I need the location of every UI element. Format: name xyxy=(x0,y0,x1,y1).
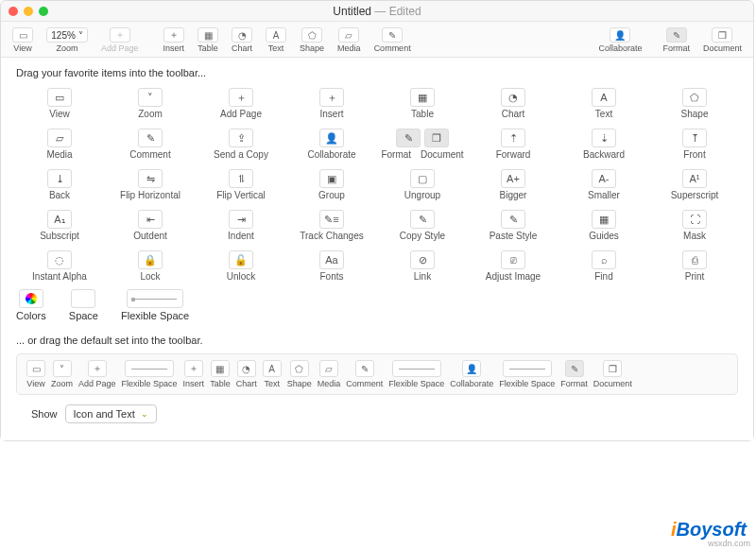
flip-horizontal-icon: ⇋ xyxy=(138,169,163,188)
palette-copy-style[interactable]: ✎Copy Style xyxy=(379,208,466,243)
palette-bigger[interactable]: A+Bigger xyxy=(470,167,557,202)
default-flex3[interactable]: Flexible Space xyxy=(497,360,557,388)
toolbar-media[interactable]: ▱ Media xyxy=(332,26,367,55)
watermark-logo: iBoysoft xyxy=(671,519,747,541)
palette-mask[interactable]: ⛶Mask xyxy=(651,208,738,243)
toolbar-chart[interactable]: ◔ Chart xyxy=(226,26,258,55)
adjust-image-icon: ⎚ xyxy=(501,250,525,269)
default-add-page[interactable]: ＋ Add Page xyxy=(77,360,118,388)
palette-shape[interactable]: ⬠Shape xyxy=(651,86,738,121)
paste-style-icon: ✎ xyxy=(501,210,525,229)
default-document[interactable]: ❒ Document xyxy=(592,360,634,388)
palette-text[interactable]: AText xyxy=(560,86,647,121)
palette-group[interactable]: ▣Group xyxy=(288,167,375,202)
palette-front[interactable]: ⤒Front xyxy=(651,127,738,162)
media-icon: ▱ xyxy=(47,129,72,147)
default-view[interactable]: ▭ View xyxy=(25,360,47,388)
default-flex1[interactable]: Flexible Space xyxy=(120,360,180,388)
palette-instant-alpha[interactable]: ◌Instant Alpha xyxy=(16,249,103,284)
insert-icon: ＋ xyxy=(184,360,203,377)
palette-guides[interactable]: ▦Guides xyxy=(560,208,647,243)
flexible-space-icon xyxy=(127,289,183,308)
text-icon: A xyxy=(592,88,616,107)
palette-format[interactable]: ✎❒FormatDocument xyxy=(379,127,466,162)
palette-media[interactable]: ▱Media xyxy=(16,127,103,162)
palette-adjust-image[interactable]: ⎚Adjust Image xyxy=(470,249,557,284)
toolbar-view[interactable]: ▭ View xyxy=(7,26,39,55)
default-shape[interactable]: ⬠ Shape xyxy=(285,360,314,388)
palette-lock[interactable]: 🔒Lock xyxy=(107,249,194,284)
palette-space[interactable]: Space xyxy=(69,289,98,321)
toolbar-insert[interactable]: ＋ Insert xyxy=(158,26,191,55)
palette-subscript[interactable]: A₁Subscript xyxy=(16,208,103,243)
toolbar-text[interactable]: A Text xyxy=(260,26,292,55)
palette-forward[interactable]: ⇡Forward xyxy=(470,127,557,162)
palette-send-copy[interactable]: ⇪Send a Copy xyxy=(198,127,284,162)
palette-indent[interactable]: ⇥Indent xyxy=(198,208,284,243)
palette-track-changes[interactable]: ✎≡Track Changes xyxy=(288,208,375,243)
flexible-space-icon xyxy=(392,360,441,377)
palette-find[interactable]: ⌕Find xyxy=(560,249,647,284)
comment-icon: ✎ xyxy=(382,27,403,43)
superscript-icon: A¹ xyxy=(682,169,707,188)
palette-add-page[interactable]: ＋Add Page xyxy=(198,86,284,121)
default-table[interactable]: ▦ Table xyxy=(208,360,232,388)
palette-flexible-space[interactable]: Flexible Space xyxy=(121,289,189,321)
default-format[interactable]: ✎ Format xyxy=(558,360,590,388)
palette-print[interactable]: ⎙Print xyxy=(651,249,738,284)
forward-icon: ⇡ xyxy=(501,129,525,147)
toolbar-document[interactable]: ❒ Document xyxy=(697,26,747,55)
palette-chart[interactable]: ◔Chart xyxy=(470,86,557,121)
default-comment[interactable]: ✎ Comment xyxy=(344,360,385,388)
palette-flip-horizontal[interactable]: ⇋Flip Horizontal xyxy=(107,167,194,202)
space-icon xyxy=(71,289,95,308)
collaborate-icon: 👤 xyxy=(462,360,481,377)
shape-icon: ⬠ xyxy=(682,88,707,107)
palette-paste-style[interactable]: ✎Paste Style xyxy=(470,208,557,243)
titlebar: Untitled — Edited xyxy=(1,1,753,22)
default-toolbar-set[interactable]: ▭ View ˅ Zoom ＋ Add Page Flexible Space … xyxy=(16,353,738,395)
unlock-icon: 🔓 xyxy=(229,250,253,269)
palette-flip-vertical[interactable]: ⥮Flip Vertical xyxy=(198,167,284,202)
smaller-icon: A- xyxy=(592,169,616,188)
toolbar-format[interactable]: ✎ Format xyxy=(657,26,696,55)
palette-comment[interactable]: ✎Comment xyxy=(107,127,194,162)
palette-table[interactable]: ▦Table xyxy=(379,86,466,121)
palette-superscript[interactable]: A¹Superscript xyxy=(651,167,738,202)
palette-insert[interactable]: ＋Insert xyxy=(288,86,375,121)
format-icon: ✎ xyxy=(565,360,584,377)
palette-link[interactable]: ⊘Link xyxy=(379,249,466,284)
palette-fonts[interactable]: AaFonts xyxy=(288,249,375,284)
show-select[interactable]: Icon and Text ⌄ xyxy=(65,404,157,423)
zoom-window-button[interactable] xyxy=(39,7,48,16)
default-text[interactable]: A Text xyxy=(261,360,284,388)
default-zoom[interactable]: ˅ Zoom xyxy=(49,360,75,388)
outdent-icon: ⇤ xyxy=(138,210,163,229)
palette-unlock[interactable]: 🔓Unlock xyxy=(198,249,284,284)
palette-outdent[interactable]: ⇤Outdent xyxy=(107,208,194,243)
toolbar-collaborate[interactable]: 👤 Collaborate xyxy=(593,26,647,55)
toolbar-shape[interactable]: ⬠ Shape xyxy=(294,26,330,55)
minimize-window-button[interactable] xyxy=(24,7,33,16)
default-collaborate[interactable]: 👤 Collaborate xyxy=(448,360,495,388)
palette-collaborate[interactable]: 👤Collaborate xyxy=(288,127,375,162)
default-insert[interactable]: ＋ Insert xyxy=(181,360,207,388)
palette-backward[interactable]: ⇣Backward xyxy=(560,127,647,162)
toolbar-zoom[interactable]: 125% ˅ Zoom xyxy=(41,26,94,55)
toolbar: ▭ View 125% ˅ Zoom ＋ Add Page ＋ Insert ▦… xyxy=(1,22,753,58)
palette-colors[interactable]: Colors xyxy=(16,289,46,321)
default-chart[interactable]: ◔ Chart xyxy=(234,360,259,388)
palette-view[interactable]: ▭View xyxy=(16,86,103,121)
toolbar-add-page[interactable]: ＋ Add Page xyxy=(95,26,145,55)
palette-smaller[interactable]: A-Smaller xyxy=(560,167,647,202)
fonts-icon: Aa xyxy=(319,250,344,269)
toolbar-table[interactable]: ▦ Table xyxy=(192,26,224,55)
default-flex2[interactable]: Flexible Space xyxy=(387,360,446,388)
close-window-button[interactable] xyxy=(9,7,18,16)
palette-back[interactable]: ⤓Back xyxy=(16,167,103,202)
palette-ungroup[interactable]: ▢Ungroup xyxy=(379,167,466,202)
show-label: Show xyxy=(31,408,58,420)
toolbar-comment[interactable]: ✎ Comment xyxy=(369,26,417,55)
default-media[interactable]: ▱ Media xyxy=(316,360,343,388)
palette-zoom[interactable]: ˅Zoom xyxy=(107,86,194,121)
